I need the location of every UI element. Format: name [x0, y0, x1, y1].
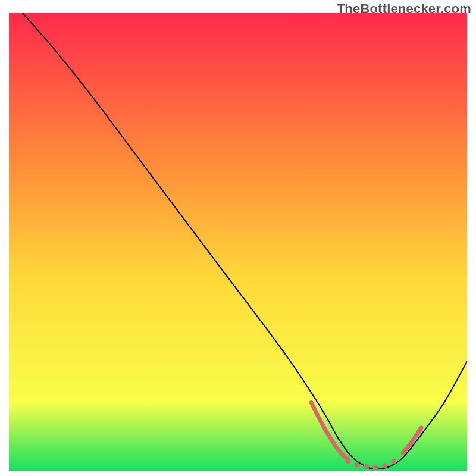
optimal-band-bottom-dot: [345, 459, 350, 464]
optimal-band-bottom-dot: [373, 465, 378, 470]
optimal-band-bottom-dot: [355, 462, 360, 468]
gradient-background: [9, 13, 467, 471]
chart-container: TheBottlenecker.com: [0, 0, 476, 476]
optimal-band-bottom-dot: [391, 459, 396, 464]
optimal-band-bottom-dot: [382, 463, 387, 468]
watermark-text: TheBottlenecker.com: [337, 1, 471, 17]
plot-area: [9, 13, 467, 471]
chart-svg: [9, 13, 467, 471]
optimal-band-bottom-dot: [364, 464, 369, 469]
